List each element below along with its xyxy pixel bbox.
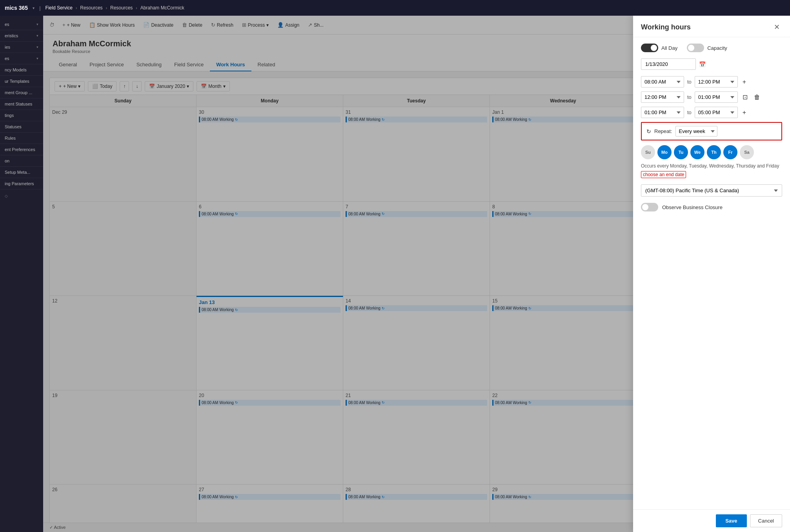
sidebar-item-es[interactable]: es▾ (0, 19, 43, 30)
delete-time-row-2-button[interactable]: 🗑 (752, 92, 762, 102)
capacity-toggle[interactable] (687, 44, 704, 52)
sidebar-chevron-3: ▾ (36, 45, 38, 49)
sidebar-item-on[interactable]: on (0, 155, 43, 167)
dow-tuesday[interactable]: Tu (674, 145, 688, 159)
repeat-section: ↻ Repeat: Every week Every day Every mon… (641, 122, 782, 140)
time-to-label-2: to (687, 94, 692, 100)
all-day-label: All Day (661, 45, 677, 51)
time-row-3: 01:00 PM to 05:00 PM + (641, 107, 782, 118)
sidebar-item-ur-templates[interactable]: ur Templates (0, 76, 43, 87)
nav-resources-1[interactable]: Resources (80, 5, 102, 11)
nav-field-service[interactable]: Field Service (46, 5, 73, 11)
time-to-label-1: to (687, 79, 692, 85)
content-area: ⏱ + + New 📋 Show Work Hours 📄 Deactivate… (43, 16, 790, 532)
capacity-toggle-item: Capacity (687, 44, 727, 52)
sidebar-item-eristics[interactable]: eristics▾ (0, 30, 43, 42)
nav-chevron-1: › (76, 6, 77, 10)
time-to-3[interactable]: 05:00 PM (695, 107, 738, 118)
repeat-label: Repeat: (654, 128, 672, 134)
dow-saturday[interactable]: Sa (740, 145, 754, 159)
sidebar-chevron-2: ▾ (36, 34, 38, 38)
date-input[interactable] (641, 58, 696, 70)
working-hours-panel: Working hours ✕ All Day (633, 16, 790, 532)
nav-current-page: Abraham McCormick (140, 5, 184, 11)
sidebar-item-tings[interactable]: tings (0, 110, 43, 121)
sidebar-item-rules[interactable]: Rules (0, 133, 43, 144)
capacity-toggle-thumb (688, 45, 694, 51)
time-to-1[interactable]: 12:00 PM (695, 76, 738, 87)
dow-wednesday[interactable]: We (690, 145, 704, 159)
observe-toggle-thumb (642, 204, 648, 210)
dow-thursday[interactable]: Th (707, 145, 721, 159)
save-button[interactable]: Save (716, 514, 746, 527)
top-nav: mics 365 ▾ | Field Service › Resources ›… (0, 0, 790, 16)
choose-end-date-link[interactable]: choose an end date (641, 171, 686, 178)
sidebar-item-setup-meta[interactable]: Setup Meta... (0, 167, 43, 178)
sidebar-chevron-4: ▾ (36, 56, 38, 60)
observe-row: Observe Business Closure (641, 203, 782, 211)
repeat-icon: ↻ (646, 128, 651, 135)
observe-label: Observe Business Closure (662, 204, 723, 210)
dow-friday[interactable]: Fr (723, 145, 737, 159)
app-dropdown-icon[interactable]: ▾ (33, 6, 35, 10)
sidebar-item-es2[interactable]: es▾ (0, 53, 43, 64)
panel-body: All Day Capacity 📅 (633, 37, 790, 509)
sidebar-item-statuses[interactable]: Statuses (0, 121, 43, 133)
calendar-icon[interactable]: 📅 (699, 61, 706, 67)
occurs-text: Occurs every Monday, Tuesday, Wednesday,… (641, 163, 782, 169)
sidebar-item-ing-parameters[interactable]: ing Parameters (0, 178, 43, 189)
dow-monday[interactable]: Mo (657, 145, 672, 159)
sidebar-chevron-1: ▾ (36, 22, 38, 26)
nav-resources-2[interactable]: Resources (110, 5, 133, 11)
time-to-2[interactable]: 01:00 PM (695, 91, 738, 103)
cancel-button[interactable]: Cancel (750, 514, 782, 527)
time-row-2: 12:00 PM to 01:00 PM ⊡ 🗑 (641, 91, 782, 103)
app-name: mics 365 (5, 5, 28, 11)
nav-chevron-3: › (136, 6, 137, 10)
add-time-row-1-button[interactable]: + (741, 77, 748, 87)
toggle-row: All Day Capacity (641, 44, 782, 52)
all-day-toggle[interactable] (641, 44, 658, 52)
capacity-label: Capacity (707, 45, 727, 51)
day-of-week-row: Su Mo Tu We Th Fr Sa (641, 145, 782, 159)
dow-sunday[interactable]: Su (641, 145, 655, 159)
sidebar-item-ment-group[interactable]: ment Group ... (0, 87, 43, 98)
date-row: 📅 (641, 58, 782, 70)
sidebar-item-ent-preferences[interactable]: ent Preferences (0, 144, 43, 155)
all-day-toggle-item: All Day (641, 44, 677, 52)
restore-time-row-2-button[interactable]: ⊡ (741, 92, 749, 102)
sidebar-item-ment-statuses[interactable]: ment Statuses (0, 98, 43, 110)
timezone-select[interactable]: (GMT-08:00) Pacific Time (US & Canada) (… (641, 184, 782, 197)
panel-footer: Save Cancel (633, 509, 790, 532)
main-layout: es▾ eristics▾ ies▾ es▾ ncy Models ur Tem… (0, 16, 790, 532)
sidebar: es▾ eristics▾ ies▾ es▾ ncy Models ur Tem… (0, 16, 43, 532)
nav-chevron-2: › (106, 6, 107, 10)
panel-close-button[interactable]: ✕ (772, 22, 782, 32)
add-time-row-3-button[interactable]: + (741, 107, 748, 118)
time-from-3[interactable]: 01:00 PM (641, 107, 684, 118)
sidebar-item-ies[interactable]: ies▾ (0, 42, 43, 53)
time-from-2[interactable]: 12:00 PM (641, 91, 684, 103)
time-from-1[interactable]: 08:00 AM (641, 76, 684, 87)
time-row-1: 08:00 AM to 12:00 PM + (641, 76, 782, 87)
all-day-toggle-thumb (651, 45, 657, 51)
sidebar-item-ncy-models[interactable]: ncy Models (0, 64, 43, 76)
repeat-select[interactable]: Every week Every day Every month (675, 126, 717, 137)
panel-header: Working hours ✕ (633, 16, 790, 37)
observe-toggle[interactable] (641, 203, 658, 211)
panel-title: Working hours (641, 23, 691, 31)
time-to-label-3: to (687, 109, 692, 115)
sidebar-bottom-chevron[interactable]: ◇ (5, 194, 8, 198)
